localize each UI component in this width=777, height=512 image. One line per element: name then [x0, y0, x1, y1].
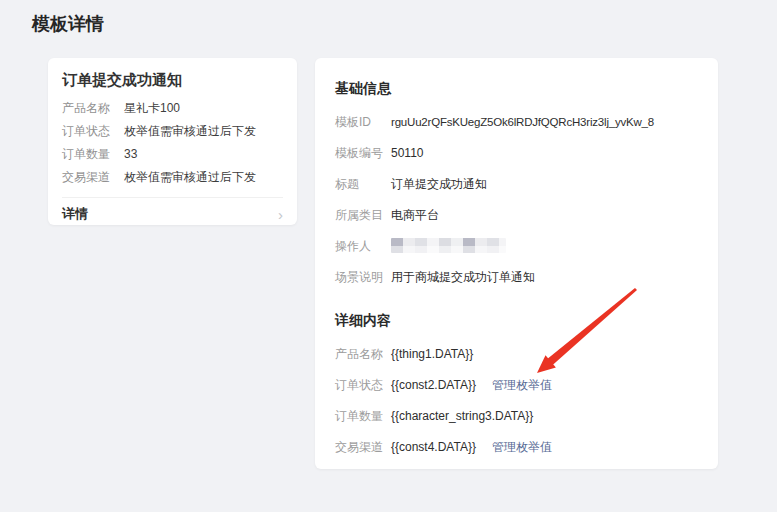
details-link-row[interactable]: 详情 › [62, 198, 283, 230]
operator-redacted-value [391, 238, 506, 253]
field-row-operator: 操作人 [335, 238, 698, 255]
field-row-order-status: 订单状态 枚举值需审核通过后下发 [62, 124, 283, 139]
manage-enum-values-link[interactable]: 管理枚举值 [492, 439, 552, 456]
field-row-category: 所属类目 电商平台 [335, 207, 698, 224]
page-title: 模板详情 [32, 12, 104, 36]
preview-card-title: 订单提交成功通知 [62, 71, 283, 90]
field-value: 订单提交成功通知 [391, 176, 487, 193]
field-row-order-quantity-var: 订单数量 {{character_string3.DATA}} [335, 408, 698, 425]
field-label: 标题 [335, 176, 391, 193]
template-variable: {{character_string3.DATA}} [391, 408, 533, 425]
template-variable: {{const2.DATA}} [391, 377, 476, 394]
field-label: 场景说明 [335, 269, 391, 286]
template-variable: {{const4.DATA}} [391, 439, 476, 456]
field-value: 电商平台 [391, 207, 439, 224]
field-row-scene-description: 场景说明 用于商城提交成功订单通知 [335, 269, 698, 286]
template-id-value: rguUu2rQFsKUegZ5Ok6lRDJfQQRcH3riz3lj_yvK… [391, 114, 654, 131]
field-row-order-quantity: 订单数量 33 [62, 147, 283, 162]
field-label: 订单数量 [62, 147, 124, 162]
field-label: 交易渠道 [62, 170, 124, 185]
field-label: 产品名称 [335, 346, 391, 363]
template-detail-card: 基础信息 模板ID rguUu2rQFsKUegZ5Ok6lRDJfQQRcH3… [315, 58, 718, 469]
chevron-right-icon: › [278, 207, 283, 222]
field-row-template-id: 模板ID rguUu2rQFsKUegZ5Ok6lRDJfQQRcH3riz3l… [335, 114, 698, 131]
manage-enum-values-link[interactable]: 管理枚举值 [492, 377, 552, 394]
basic-info-section-title: 基础信息 [335, 80, 698, 98]
field-label: 订单状态 [335, 377, 391, 394]
details-link-label: 详情 [62, 205, 88, 223]
field-label: 订单数量 [335, 408, 391, 425]
field-label: 模板编号 [335, 145, 391, 162]
field-value: 星礼卡100 [124, 101, 180, 116]
field-row-trade-channel: 交易渠道 枚举值需审核通过后下发 [62, 170, 283, 185]
template-preview-card: 订单提交成功通知 产品名称 星礼卡100 订单状态 枚举值需审核通过后下发 订单… [48, 58, 297, 225]
field-value: 用于商城提交成功订单通知 [391, 269, 535, 286]
field-value: 枚举值需审核通过后下发 [124, 170, 256, 185]
field-row-template-number: 模板编号 50110 [335, 145, 698, 162]
template-variable: {{thing1.DATA}} [391, 346, 473, 363]
field-label: 订单状态 [62, 124, 124, 139]
field-row-title: 标题 订单提交成功通知 [335, 176, 698, 193]
field-label: 产品名称 [62, 101, 124, 116]
field-label: 模板ID [335, 114, 391, 131]
field-label: 交易渠道 [335, 439, 391, 456]
field-value: 50110 [391, 145, 423, 162]
detail-content-section-title: 详细内容 [335, 312, 698, 330]
field-row-product-name: 产品名称 星礼卡100 [62, 101, 283, 116]
field-value: 枚举值需审核通过后下发 [124, 124, 256, 139]
field-label: 所属类目 [335, 207, 391, 224]
field-label: 操作人 [335, 238, 391, 255]
field-row-order-status-var: 订单状态 {{const2.DATA}} 管理枚举值 [335, 377, 698, 394]
field-value: 33 [124, 147, 137, 162]
field-row-product-name-var: 产品名称 {{thing1.DATA}} [335, 346, 698, 363]
field-row-trade-channel-var: 交易渠道 {{const4.DATA}} 管理枚举值 [335, 439, 698, 456]
